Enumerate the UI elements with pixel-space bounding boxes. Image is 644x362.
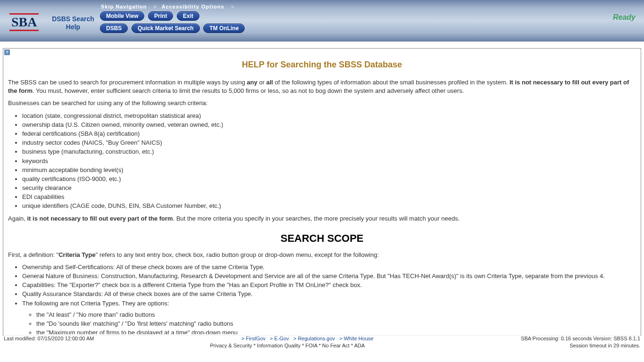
processing-label: SBA Processing: 0.16 seconds Version: SB… (521, 335, 640, 342)
list-item: business type (manufacturing, constructi… (22, 148, 636, 156)
mobile-view-button[interactable]: Mobile View (100, 11, 144, 21)
help-icon[interactable]: ? (4, 49, 10, 55)
list-item: the "Do 'sounds like' matching" / "Do 'f… (36, 320, 636, 328)
list-item: industry sector codes (NAICS, "Buy Green… (22, 139, 636, 147)
scope-sublist: the "At least" / "No more than" radio bu… (36, 311, 636, 336)
firstgov-link[interactable]: FirstGov (246, 336, 266, 341)
button-row-2: DSBS Quick Market Search TM OnLine (99, 23, 613, 34)
scope-heading: SEARCH SCOPE (8, 231, 636, 246)
list-item: minimum acceptable bonding level(s) (22, 166, 636, 174)
skip-nav-row: Skip Navigation > Accessibility Options … (99, 4, 613, 9)
whitehouse-link[interactable]: White House (344, 336, 373, 341)
scope-definition: First, a definition: "Criteria Type" ref… (8, 251, 636, 259)
list-item: unique identifiers (CAGE code, DUNS, EIN… (22, 202, 636, 210)
footer: Last modified: 07/15/2020 12:00:00 AM > … (4, 334, 640, 350)
content-frame: ? HELP for Searching the SBSS Database T… (3, 48, 641, 336)
list-item: federal certifications (SBA 8(a) certifi… (22, 130, 636, 138)
exit-button[interactable]: Exit (177, 11, 199, 21)
list-item: ownership data (U.S. Citizen owned, mino… (22, 121, 636, 129)
tm-online-button[interactable]: TM OnLine (203, 24, 245, 33)
list-item: the "At least" / "No more than" radio bu… (36, 311, 636, 319)
again-paragraph: Again, it is not necessary to fill out e… (8, 214, 636, 223)
list-item: Ownership and Self-Certifications: All o… (22, 263, 636, 272)
footer-links-row1: > FirstGov > E-Gov > Regulations.gov > W… (94, 335, 520, 342)
list-item: General Nature of Business: Construction… (22, 272, 636, 280)
regulations-link[interactable]: Regulations.gov (298, 336, 335, 341)
body-text: The SBSS can be used to search for procu… (3, 78, 641, 336)
status-label: Ready (613, 13, 636, 22)
scope-list: Ownership and Self-Certifications: All o… (22, 263, 636, 336)
list-item: EDI capabilities (22, 193, 636, 201)
logo: SBA (9, 13, 42, 31)
list-item: Quality Assurance Standards: All of thes… (22, 290, 636, 298)
last-modified: Last modified: 07/15/2020 12:00:00 AM (4, 335, 94, 342)
session-label: Session timeout in 29 minutes. (570, 342, 640, 349)
button-row-1: Mobile View Print Exit (99, 10, 613, 22)
footer-links-row2: Privacy & Security * Information Quality… (5, 342, 570, 349)
criteria-list: location (state, congressional district,… (22, 112, 636, 211)
header-bar: SBA DSBS Search Help Skip Navigation > A… (0, 0, 644, 41)
help-heading: HELP for Searching the SBSS Database (3, 60, 641, 70)
dsbs-button[interactable]: DSBS (100, 24, 128, 33)
nav-column: Skip Navigation > Accessibility Options … (99, 0, 613, 34)
logo-text: SBA (9, 13, 39, 31)
quick-market-search-button[interactable]: Quick Market Search (132, 24, 200, 33)
list-item: location (state, congressional district,… (22, 112, 636, 120)
list-item: Capabilities: The "Exporter?" check box … (22, 281, 636, 289)
intro-paragraph: The SBSS can be used to search for procu… (8, 78, 636, 95)
criteria-lead: Businesses can be searched for using any… (8, 99, 636, 107)
page-title: DSBS Search Help (47, 15, 99, 31)
list-item: The following are not Criteria Types. Th… (22, 299, 636, 336)
list-item: security clearance (22, 184, 636, 192)
egov-link[interactable]: E-Gov (274, 336, 289, 341)
print-button[interactable]: Print (148, 11, 173, 21)
accessibility-link[interactable]: Accessibility Options (162, 4, 224, 9)
skip-navigation-link[interactable]: Skip Navigation (101, 4, 147, 9)
list-item: keywords (22, 157, 636, 165)
list-item: quality certifications (ISO-9000, etc.) (22, 175, 636, 183)
